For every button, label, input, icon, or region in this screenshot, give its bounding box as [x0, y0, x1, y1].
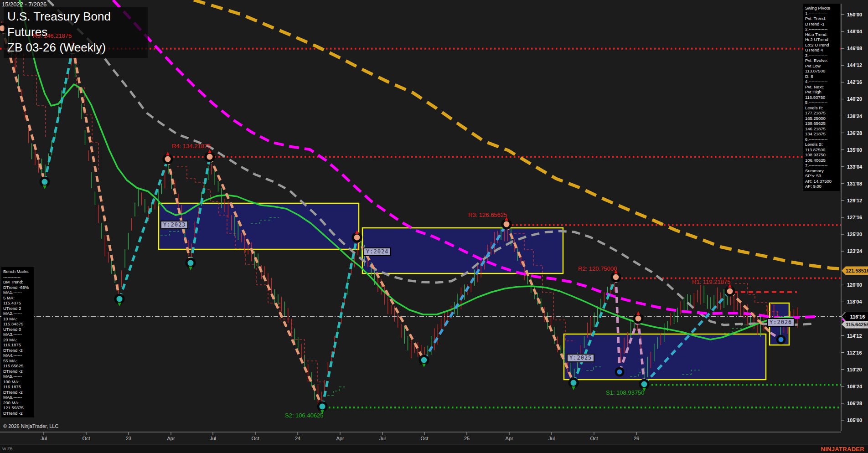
pivot-marker [612, 273, 620, 281]
price-tick-label: 140'20 [847, 96, 862, 102]
panel-line: 5.------------- [805, 100, 838, 105]
status-instrument-label: W ZB [2, 447, 13, 451]
price-tick-label: 135'00 [847, 147, 862, 153]
panel-line: DTrend -2 [3, 390, 32, 395]
panel-line: AR: 14.37500 [805, 179, 838, 184]
panel-line: 113.87500 [805, 147, 838, 153]
panel-line: DTrend -1 [805, 21, 838, 27]
panel-line: Pvt. Evolve: [805, 58, 838, 63]
pivot-marker [640, 380, 648, 388]
panel-line: MA4.------ [3, 353, 32, 358]
panel-line: 6.------------- [805, 137, 838, 142]
price-tick-label: 136'28 [847, 130, 862, 136]
panel-line: HiLo Trend: [805, 32, 838, 37]
panel-line: Levels S: [805, 142, 838, 147]
ninjatrader-chart-window: 15/2022 - 7/2026 U.S. Treasury Bond Futu… [0, 0, 868, 453]
price-tick-label: 146'08 [847, 46, 862, 51]
price-tick-label: 114'12 [847, 333, 862, 339]
swing-leg [73, 48, 119, 299]
copyright-text: © 2026 NinjaTrader, LLC [3, 423, 58, 429]
time-tick-label: 26 [634, 436, 639, 441]
pivot-marker [634, 314, 642, 323]
time-tick-label: Oct [590, 436, 598, 441]
level-label-R2: R2: 120.75000 [578, 265, 617, 272]
price-tick-label: 150'00 [847, 12, 862, 17]
panel-line: Pvt. Trend: [805, 16, 838, 21]
price-tick-label: 118'04 [847, 299, 862, 304]
price-tick-label: 106'28 [847, 401, 862, 406]
price-tick-label: 133'04 [847, 164, 862, 170]
price-tick-label: 105'00 [847, 417, 862, 423]
panel-line: 200 MA: [3, 400, 32, 406]
panel-line: SP's: 53 [805, 173, 838, 179]
panel-line: MA3.------ [3, 332, 32, 337]
level-label-R1: R1: 119.21875 [692, 278, 730, 285]
time-tick-label: Apr [505, 436, 513, 441]
pivot-marker [420, 356, 428, 364]
price-tick-label: 127'16 [847, 215, 862, 220]
level-label-R5: R5: 146.21875 [33, 32, 72, 39]
panel-line: AF: 9.00 [805, 184, 838, 189]
axis-marker: 116'16 [842, 312, 868, 321]
price-tick-label: 108'24 [847, 384, 862, 389]
time-tick-label: Apr [167, 436, 175, 441]
panel-line: 106.40625 [805, 158, 838, 163]
pivot-marker [726, 287, 734, 295]
pivot-marker [777, 336, 785, 343]
date-range: 15/2022 - 7/2026 [2, 1, 46, 8]
panel-line: BM Trend: [3, 279, 32, 285]
year-label: Y:2025 [567, 354, 594, 362]
panel-line: 115.65625 [3, 363, 32, 369]
panel-line: UTrend 0 [3, 327, 32, 332]
pivot-marker [569, 379, 578, 387]
panel-line: 5 MA: [3, 295, 32, 301]
panel-line: Summary [805, 168, 838, 174]
pivot-marker [41, 178, 49, 186]
panel-line: DTrend -2 [3, 369, 32, 374]
price-tick-label: 144'12 [847, 62, 862, 68]
pivot-marker [502, 220, 511, 228]
price-tick-label: 112'16 [847, 350, 862, 355]
price-tick-label: 125'20 [847, 232, 862, 237]
panel-line: 116.1875 [3, 384, 32, 390]
chart-canvas[interactable] [0, 0, 868, 453]
price-tick-label: 142'16 [847, 79, 862, 85]
bench-marks-panel: Bench Marks------------BM Trend:DTrend -… [1, 267, 34, 417]
year-label: Y:2024 [363, 247, 391, 256]
chart-title: U.S. Treasury Bond Futures ZB 03-26 (Wee… [4, 7, 148, 58]
price-tick-label: 131'08 [847, 181, 862, 186]
year-label: Y:2023 [160, 221, 188, 229]
time-tick-label: Jul [41, 436, 47, 441]
panel-line: 113.87500 [805, 68, 838, 74]
panel-line: Swing Pivots [805, 5, 838, 11]
panel-line: Hi:2 UTrend [805, 37, 838, 42]
panel-line: MA2.------ [3, 311, 32, 316]
panel-line: MA5.------ [3, 374, 32, 379]
ninjatrader-logo: NINJATRADER [821, 446, 864, 453]
time-tick-label: Jul [210, 436, 216, 441]
pivot-marker [115, 295, 124, 303]
panel-line: 146.21875 [805, 126, 838, 132]
pivot-marker [353, 233, 361, 242]
price-tick-label: 123'24 [847, 248, 862, 254]
swing-leg [322, 237, 357, 407]
panel-line: DTrend -2 [3, 348, 32, 353]
panel-line: 159.65625 [805, 121, 838, 126]
panel-line: DTrend -65% [3, 285, 32, 290]
panel-line: 1.------------- [805, 11, 838, 16]
level-label-R4: R4: 134.21875 [172, 143, 211, 149]
panel-line: 177.21875 [805, 110, 838, 116]
panel-line: Levels R: [805, 105, 838, 111]
panel-line: ------------ [3, 274, 32, 280]
panel-line: 10 MA: [3, 316, 32, 322]
level-label-R3: R3: 126.65625 [468, 211, 507, 218]
pivot-marker [186, 259, 195, 267]
pivot-marker [164, 155, 172, 163]
swing-leg [210, 157, 322, 407]
panel-line: 115.4375 [3, 300, 32, 306]
time-tick-label: Jul [548, 436, 555, 441]
panel-line: 108.93750 [805, 152, 838, 158]
panel-line: 134.21875 [805, 131, 838, 137]
price-tick-label: 129'12 [847, 198, 862, 203]
panel-line: 7.------------- [805, 163, 838, 168]
